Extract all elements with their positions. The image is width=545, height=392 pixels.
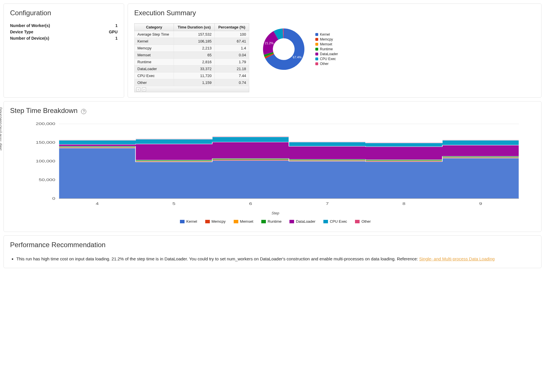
legend-swatch xyxy=(180,220,185,223)
cell-category: Other xyxy=(135,79,174,86)
table-row: Memcpy2,2131.4 xyxy=(135,45,249,52)
table-next-button[interactable]: › xyxy=(142,87,146,91)
donut-label: 67.4% xyxy=(293,55,302,59)
table-row: Memset650.04 xyxy=(135,52,249,59)
legend-swatch xyxy=(205,220,210,223)
legend-item: Other xyxy=(355,219,371,224)
configuration-list: Number of Worker(s)1Device TypeGPUNumber… xyxy=(10,23,118,41)
step-breakdown-title-text: Step Time Breakdown xyxy=(10,107,78,114)
svg-text:200,000: 200,000 xyxy=(36,122,55,126)
legend-swatch xyxy=(315,48,318,51)
legend-label: Memset xyxy=(320,42,332,46)
cell-percentage: 67.41 xyxy=(214,38,249,45)
legend-swatch xyxy=(323,220,328,223)
config-row: Number of Device(s)1 xyxy=(10,36,118,41)
cell-percentage: 0.04 xyxy=(214,52,249,59)
cell-category: Average Step Time xyxy=(135,31,174,38)
table-row: Runtime2,8161.79 xyxy=(135,59,249,66)
table-row: Other1,1590.74 xyxy=(135,79,249,86)
svg-text:150,000: 150,000 xyxy=(36,141,55,144)
legend-swatch xyxy=(315,38,318,41)
legend-item: Memset xyxy=(315,42,338,46)
cell-duration: 11,720 xyxy=(174,72,215,79)
legend-swatch xyxy=(261,220,266,223)
cell-percentage: 0.74 xyxy=(214,79,249,86)
legend-item: Runtime xyxy=(315,47,338,51)
legend-label: Kernel xyxy=(186,219,197,224)
legend-label: Memcpy xyxy=(320,37,333,41)
cell-duration: 33,372 xyxy=(174,66,215,72)
legend-item: Other xyxy=(315,62,338,66)
cell-category: Kernel xyxy=(135,38,174,45)
legend-label: Other xyxy=(320,62,329,66)
legend-label: Other xyxy=(361,219,371,224)
performance-text: This run has high time cost on input dat… xyxy=(16,256,419,261)
legend-item: Memcpy xyxy=(205,219,226,224)
configuration-title: Configuration xyxy=(10,9,118,17)
chart-ylabel: Step Time (microseconds) xyxy=(0,107,2,151)
exec-col-category: Category xyxy=(135,24,174,31)
cell-duration: 2,816 xyxy=(174,59,215,66)
table-row: Average Step Time157,532100 xyxy=(135,31,249,38)
legend-label: Memset xyxy=(240,219,253,224)
exec-col-duration: Time Duration (us) xyxy=(174,24,215,31)
cell-percentage: 21.18 xyxy=(214,66,249,72)
performance-recommendation-card: Performance Recommendation This run has … xyxy=(3,235,542,268)
cell-percentage: 1.4 xyxy=(214,45,249,52)
help-icon[interactable]: ? xyxy=(81,109,86,114)
svg-text:7: 7 xyxy=(326,202,329,205)
svg-text:100,000: 100,000 xyxy=(36,159,55,163)
execution-summary-donut-chart: 67.4%21.2% xyxy=(258,23,310,75)
cell-duration: 1,159 xyxy=(174,79,215,86)
legend-label: CPU Exec xyxy=(330,219,347,224)
legend-swatch xyxy=(315,43,318,46)
cell-duration: 106,185 xyxy=(174,38,215,45)
cell-category: Memcpy xyxy=(135,45,174,52)
legend-swatch xyxy=(315,53,318,55)
legend-label: DataLoader xyxy=(320,52,338,56)
svg-text:0: 0 xyxy=(52,197,55,200)
execution-summary-card: Execution Summary Category Time Duration… xyxy=(128,3,542,98)
cell-duration: 65 xyxy=(174,52,215,59)
legend-item: Kernel xyxy=(315,32,338,36)
legend-swatch xyxy=(234,220,238,223)
legend-item: CPU Exec xyxy=(315,57,338,61)
legend-swatch xyxy=(315,33,318,36)
cell-category: Memset xyxy=(135,52,174,59)
cell-percentage: 100 xyxy=(214,31,249,38)
legend-label: CPU Exec xyxy=(320,57,336,61)
legend-label: Kernel xyxy=(320,32,330,36)
legend-item: CPU Exec xyxy=(323,219,347,224)
config-value: 1 xyxy=(115,36,118,41)
configuration-card: Configuration Number of Worker(s)1Device… xyxy=(3,3,124,98)
legend-item: Kernel xyxy=(180,219,197,224)
table-prev-button[interactable]: ‹ xyxy=(136,87,140,91)
svg-text:4: 4 xyxy=(96,202,99,205)
legend-swatch xyxy=(289,220,294,223)
execution-summary-table: Category Time Duration (us) Percentage (… xyxy=(134,23,249,86)
svg-text:5: 5 xyxy=(172,202,176,205)
legend-swatch xyxy=(315,57,318,60)
svg-text:9: 9 xyxy=(479,202,482,205)
cell-percentage: 1.79 xyxy=(214,59,249,66)
config-value: 1 xyxy=(115,23,118,28)
table-row: Kernel106,18567.41 xyxy=(135,38,249,45)
table-footer: ‹ › xyxy=(134,86,249,92)
config-row: Number of Worker(s)1 xyxy=(10,23,118,28)
legend-label: Runtime xyxy=(320,47,333,51)
cell-category: Runtime xyxy=(135,59,174,66)
step-time-stacked-chart: 050,000100,000150,000200,000456789 xyxy=(27,121,523,207)
svg-text:8: 8 xyxy=(402,202,406,205)
legend-item: DataLoader xyxy=(315,52,338,56)
legend-swatch xyxy=(355,220,360,223)
performance-link[interactable]: Single- and Multi-process Data Loading xyxy=(419,256,495,261)
table-row: CPU Exec11,7207.44 xyxy=(135,72,249,79)
cell-percentage: 7.44 xyxy=(214,72,249,79)
svg-text:6: 6 xyxy=(249,202,252,205)
cell-duration: 157,532 xyxy=(174,31,215,38)
performance-item: This run has high time cost on input dat… xyxy=(16,255,535,263)
cell-category: DataLoader xyxy=(135,66,174,72)
execution-summary-title: Execution Summary xyxy=(134,9,535,17)
exec-col-percentage: Percentage (%) xyxy=(214,24,249,31)
legend-item: Memset xyxy=(234,219,253,224)
